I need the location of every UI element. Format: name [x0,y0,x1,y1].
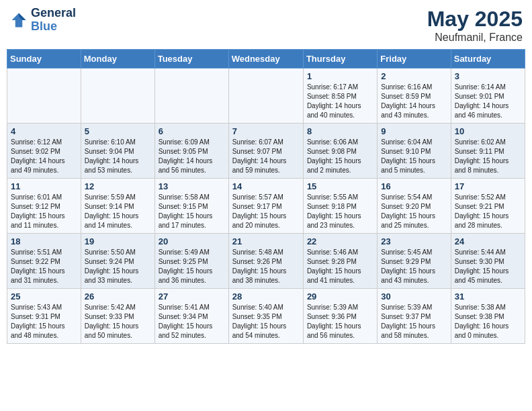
calendar-week-row: 25Sunrise: 5:43 AM Sunset: 9:31 PM Dayli… [7,289,525,344]
day-number: 1 [307,71,373,81]
calendar-cell: 7Sunrise: 6:07 AM Sunset: 9:07 PM Daylig… [228,124,303,179]
logo-text: General Blue [31,7,76,34]
day-info: Sunrise: 6:07 AM Sunset: 9:07 PM Dayligh… [232,138,300,175]
page-header: General Blue May 2025 Neufmanil, France [7,7,525,44]
day-info: Sunrise: 6:04 AM Sunset: 9:10 PM Dayligh… [381,138,447,175]
calendar-cell: 9Sunrise: 6:04 AM Sunset: 9:10 PM Daylig… [378,124,451,179]
day-number: 29 [307,291,373,302]
day-number: 9 [381,126,447,136]
day-number: 22 [307,236,373,246]
day-info: Sunrise: 6:02 AM Sunset: 9:11 PM Dayligh… [455,138,521,175]
title-block: May 2025 Neufmanil, France [427,7,523,44]
calendar-subtitle: Neufmanil, France [427,32,523,44]
calendar-cell: 10Sunrise: 6:02 AM Sunset: 9:11 PM Dayli… [451,124,525,179]
day-info: Sunrise: 5:41 AM Sunset: 9:34 PM Dayligh… [159,303,225,340]
calendar-cell: 30Sunrise: 5:39 AM Sunset: 9:37 PM Dayli… [378,289,451,344]
day-info: Sunrise: 5:57 AM Sunset: 9:17 PM Dayligh… [232,193,300,230]
calendar-cell: 22Sunrise: 5:46 AM Sunset: 9:28 PM Dayli… [303,234,377,289]
day-number: 15 [307,181,373,191]
calendar-cell: 20Sunrise: 5:49 AM Sunset: 9:25 PM Dayli… [154,234,228,289]
calendar-cell: 2Sunrise: 6:16 AM Sunset: 8:59 PM Daylig… [378,68,451,124]
day-number: 28 [232,291,300,302]
logo-icon [9,11,28,30]
day-info: Sunrise: 5:39 AM Sunset: 9:36 PM Dayligh… [307,303,373,340]
calendar-cell [7,68,81,124]
day-number: 14 [232,181,300,191]
day-number: 18 [11,236,77,246]
day-info: Sunrise: 5:55 AM Sunset: 9:18 PM Dayligh… [307,193,373,230]
day-number: 2 [381,71,447,81]
day-info: Sunrise: 5:50 AM Sunset: 9:24 PM Dayligh… [85,248,151,285]
calendar-cell: 19Sunrise: 5:50 AM Sunset: 9:24 PM Dayli… [81,234,154,289]
day-info: Sunrise: 6:09 AM Sunset: 9:05 PM Dayligh… [159,138,225,175]
day-info: Sunrise: 5:54 AM Sunset: 9:20 PM Dayligh… [381,193,447,230]
day-number: 12 [85,181,151,191]
day-info: Sunrise: 5:51 AM Sunset: 9:22 PM Dayligh… [11,248,77,285]
calendar-cell: 24Sunrise: 5:44 AM Sunset: 9:30 PM Dayli… [451,234,525,289]
dow-header: Sunday [7,50,81,68]
calendar-cell: 16Sunrise: 5:54 AM Sunset: 9:20 PM Dayli… [378,179,451,234]
dow-header: Thursday [303,50,377,68]
day-number: 31 [455,291,521,302]
day-number: 25 [11,291,77,302]
day-number: 11 [11,181,77,191]
calendar-cell: 12Sunrise: 5:59 AM Sunset: 9:14 PM Dayli… [81,179,154,234]
calendar-cell: 3Sunrise: 6:14 AM Sunset: 9:01 PM Daylig… [451,68,525,124]
calendar-cell: 27Sunrise: 5:41 AM Sunset: 9:34 PM Dayli… [154,289,228,344]
calendar-week-row: 4Sunrise: 6:12 AM Sunset: 9:02 PM Daylig… [7,124,525,179]
day-info: Sunrise: 6:12 AM Sunset: 9:02 PM Dayligh… [11,138,77,175]
day-number: 17 [455,181,521,191]
calendar-cell: 1Sunrise: 6:17 AM Sunset: 8:58 PM Daylig… [303,68,377,124]
logo: General Blue [9,7,76,34]
calendar-cell: 25Sunrise: 5:43 AM Sunset: 9:31 PM Dayli… [7,289,81,344]
calendar-cell: 26Sunrise: 5:42 AM Sunset: 9:33 PM Dayli… [81,289,154,344]
calendar-body: 1Sunrise: 6:17 AM Sunset: 8:58 PM Daylig… [7,68,525,344]
calendar-cell: 15Sunrise: 5:55 AM Sunset: 9:18 PM Dayli… [303,179,377,234]
calendar-cell: 8Sunrise: 6:06 AM Sunset: 9:08 PM Daylig… [303,124,377,179]
day-info: Sunrise: 5:44 AM Sunset: 9:30 PM Dayligh… [455,248,521,285]
day-number: 5 [85,126,151,136]
calendar-cell: 21Sunrise: 5:48 AM Sunset: 9:26 PM Dayli… [228,234,303,289]
calendar-cell: 13Sunrise: 5:58 AM Sunset: 9:15 PM Dayli… [154,179,228,234]
calendar-cell: 31Sunrise: 5:38 AM Sunset: 9:38 PM Dayli… [451,289,525,344]
day-number: 24 [455,236,521,246]
calendar-cell: 29Sunrise: 5:39 AM Sunset: 9:36 PM Dayli… [303,289,377,344]
calendar-week-row: 18Sunrise: 5:51 AM Sunset: 9:22 PM Dayli… [7,234,525,289]
calendar-cell: 17Sunrise: 5:52 AM Sunset: 9:21 PM Dayli… [451,179,525,234]
days-of-week-row: SundayMondayTuesdayWednesdayThursdayFrid… [7,50,525,68]
dow-header: Wednesday [228,50,303,68]
calendar-cell [228,68,303,124]
day-info: Sunrise: 6:06 AM Sunset: 9:08 PM Dayligh… [307,138,373,175]
day-number: 4 [11,126,77,136]
day-number: 10 [455,126,521,136]
day-info: Sunrise: 5:58 AM Sunset: 9:15 PM Dayligh… [159,193,225,230]
day-info: Sunrise: 5:42 AM Sunset: 9:33 PM Dayligh… [85,303,151,340]
calendar-week-row: 1Sunrise: 6:17 AM Sunset: 8:58 PM Daylig… [7,68,525,124]
day-number: 16 [381,181,447,191]
dow-header: Friday [378,50,451,68]
day-number: 21 [232,236,300,246]
day-info: Sunrise: 5:40 AM Sunset: 9:35 PM Dayligh… [232,303,300,340]
day-number: 8 [307,126,373,136]
day-number: 3 [455,71,521,81]
day-info: Sunrise: 5:59 AM Sunset: 9:14 PM Dayligh… [85,193,151,230]
day-info: Sunrise: 5:48 AM Sunset: 9:26 PM Dayligh… [232,248,300,285]
day-number: 26 [85,291,151,302]
day-number: 19 [85,236,151,246]
day-number: 7 [232,126,300,136]
calendar-cell: 23Sunrise: 5:45 AM Sunset: 9:29 PM Dayli… [378,234,451,289]
dow-header: Monday [81,50,154,68]
calendar-cell: 28Sunrise: 5:40 AM Sunset: 9:35 PM Dayli… [228,289,303,344]
day-number: 27 [159,291,225,302]
day-info: Sunrise: 5:39 AM Sunset: 9:37 PM Dayligh… [381,303,447,340]
day-info: Sunrise: 6:01 AM Sunset: 9:12 PM Dayligh… [11,193,77,230]
day-info: Sunrise: 6:17 AM Sunset: 8:58 PM Dayligh… [307,83,373,120]
calendar-cell [154,68,228,124]
calendar-cell [81,68,154,124]
calendar-cell: 6Sunrise: 6:09 AM Sunset: 9:05 PM Daylig… [154,124,228,179]
dow-header: Saturday [451,50,525,68]
day-info: Sunrise: 5:49 AM Sunset: 9:25 PM Dayligh… [159,248,225,285]
day-number: 30 [381,291,447,302]
day-number: 23 [381,236,447,246]
calendar-cell: 4Sunrise: 6:12 AM Sunset: 9:02 PM Daylig… [7,124,81,179]
